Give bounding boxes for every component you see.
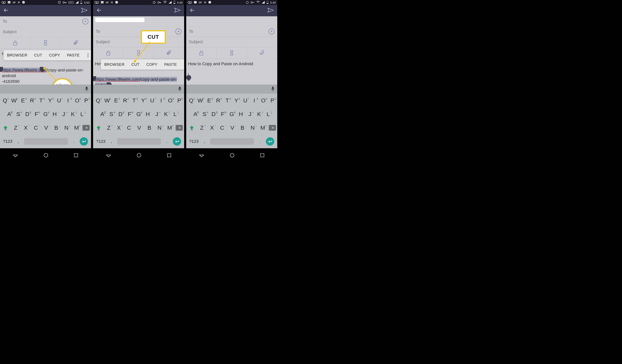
period-key[interactable]: .: [166, 139, 167, 144]
key-w[interactable]: 2W: [196, 97, 204, 104]
backspace-key[interactable]: [82, 125, 90, 131]
key-i[interactable]: 8I: [64, 97, 72, 104]
key-d[interactable]: $D: [23, 111, 32, 117]
space-key[interactable]: [117, 138, 161, 145]
key-y[interactable]: 6Y: [46, 97, 54, 104]
space-key[interactable]: [24, 138, 68, 145]
key-h[interactable]: -H: [237, 111, 245, 117]
enter-key[interactable]: [266, 137, 274, 146]
shift-key[interactable]: [95, 124, 103, 132]
key-p[interactable]: 0P: [82, 97, 90, 104]
key-l[interactable]: )L: [171, 111, 179, 117]
key-r[interactable]: 4R: [214, 97, 222, 104]
nav-recent[interactable]: [260, 153, 264, 158]
key-q[interactable]: 1Q: [94, 97, 102, 104]
key-k[interactable]: (K: [255, 111, 263, 117]
key-s[interactable]: #S: [200, 111, 209, 117]
key-g[interactable]: &G: [135, 111, 143, 117]
mic-button[interactable]: [271, 86, 274, 92]
key-f[interactable]: %F: [218, 111, 227, 117]
subject-field[interactable]: Subject: [186, 37, 277, 47]
expire-button[interactable]: [30, 37, 61, 49]
shift-key[interactable]: [188, 124, 196, 132]
cursor-handle[interactable]: [186, 74, 192, 81]
key-v[interactable]: :V: [135, 125, 143, 131]
send-button[interactable]: [267, 7, 274, 14]
key-b[interactable]: ;B: [238, 125, 247, 131]
key-n[interactable]: !N: [248, 125, 257, 131]
key-w[interactable]: 2W: [10, 97, 18, 104]
key-q[interactable]: 1Q: [187, 97, 195, 104]
nav-recent[interactable]: [74, 153, 78, 158]
enter-key[interactable]: [173, 137, 181, 146]
key-b[interactable]: ;B: [52, 125, 60, 131]
key-j[interactable]: +J: [59, 111, 68, 117]
nav-home[interactable]: [43, 153, 48, 158]
keyboard[interactable]: 1Q2W3E4R5T6Y7U8I9O0P @A#S$D%F&G-H+J(K)L …: [93, 94, 184, 148]
backspace-key[interactable]: [175, 125, 183, 131]
key-c[interactable]: 'C: [32, 125, 40, 131]
comma-key[interactable]: ,: [204, 139, 205, 144]
key-r[interactable]: 4R: [121, 97, 129, 104]
key-z[interactable]: *Z: [11, 125, 20, 131]
encrypt-button[interactable]: [186, 47, 216, 58]
key-a[interactable]: @A: [5, 111, 13, 117]
key-m[interactable]: ?M: [166, 125, 174, 131]
key-o[interactable]: 9O: [259, 97, 268, 104]
attach-button[interactable]: [247, 47, 277, 58]
key-l[interactable]: )L: [264, 111, 272, 117]
key-s[interactable]: #S: [107, 111, 116, 117]
encrypt-button[interactable]: [0, 37, 30, 49]
key-g[interactable]: &G: [41, 111, 50, 117]
nav-back[interactable]: [13, 153, 18, 158]
nav-home[interactable]: [230, 153, 234, 158]
key-o[interactable]: 9O: [73, 97, 81, 104]
key-m[interactable]: ?M: [259, 125, 267, 131]
key-a[interactable]: @A: [98, 111, 106, 117]
shift-key[interactable]: [1, 124, 10, 132]
key-y[interactable]: 6Y: [139, 97, 147, 104]
key-x[interactable]: "X: [22, 125, 30, 131]
key-c[interactable]: 'C: [125, 125, 133, 131]
nav-back[interactable]: [106, 153, 111, 158]
key-h[interactable]: -H: [50, 111, 59, 117]
nav-recent[interactable]: [167, 153, 171, 158]
symbols-key[interactable]: ?123: [3, 139, 12, 144]
add-recipient-button[interactable]: +: [82, 19, 88, 24]
key-q[interactable]: 1Q: [1, 97, 9, 104]
key-z[interactable]: *Z: [104, 125, 113, 131]
key-x[interactable]: "X: [208, 125, 216, 131]
to-field[interactable]: To +: [0, 16, 91, 27]
key-i[interactable]: 8I: [157, 97, 165, 104]
suggestion-strip[interactable]: [186, 85, 277, 94]
send-button[interactable]: [81, 7, 88, 14]
key-b[interactable]: ;B: [145, 125, 154, 131]
key-a[interactable]: @A: [191, 111, 199, 117]
key-u[interactable]: 7U: [148, 97, 156, 104]
key-f[interactable]: %F: [125, 111, 134, 117]
subject-field[interactable]: Subject: [0, 27, 91, 37]
period-key[interactable]: .: [259, 139, 261, 144]
key-i[interactable]: 8I: [250, 97, 258, 104]
key-j[interactable]: +J: [246, 111, 254, 117]
key-k[interactable]: (K: [69, 111, 77, 117]
suggestion-strip[interactable]: [93, 85, 184, 94]
enter-key[interactable]: [80, 137, 88, 146]
backspace-key[interactable]: [269, 125, 276, 131]
symbols-key[interactable]: ?123: [189, 139, 198, 144]
key-j[interactable]: +J: [153, 111, 161, 117]
key-c[interactable]: 'C: [218, 125, 226, 131]
suggestion-strip[interactable]: [0, 85, 91, 94]
comma-key[interactable]: ,: [111, 139, 112, 144]
key-d[interactable]: $D: [116, 111, 125, 117]
key-p[interactable]: 0P: [175, 97, 183, 104]
key-z[interactable]: *Z: [198, 125, 206, 131]
space-key[interactable]: [210, 138, 254, 145]
key-w[interactable]: 2W: [103, 97, 111, 104]
selected-url-base[interactable]: https://www.lifewire.com: [95, 77, 139, 82]
back-button[interactable]: [190, 8, 195, 14]
key-v[interactable]: :V: [42, 125, 50, 131]
key-t[interactable]: 5T: [223, 97, 231, 104]
back-button[interactable]: [3, 8, 9, 14]
period-key[interactable]: .: [73, 139, 74, 144]
